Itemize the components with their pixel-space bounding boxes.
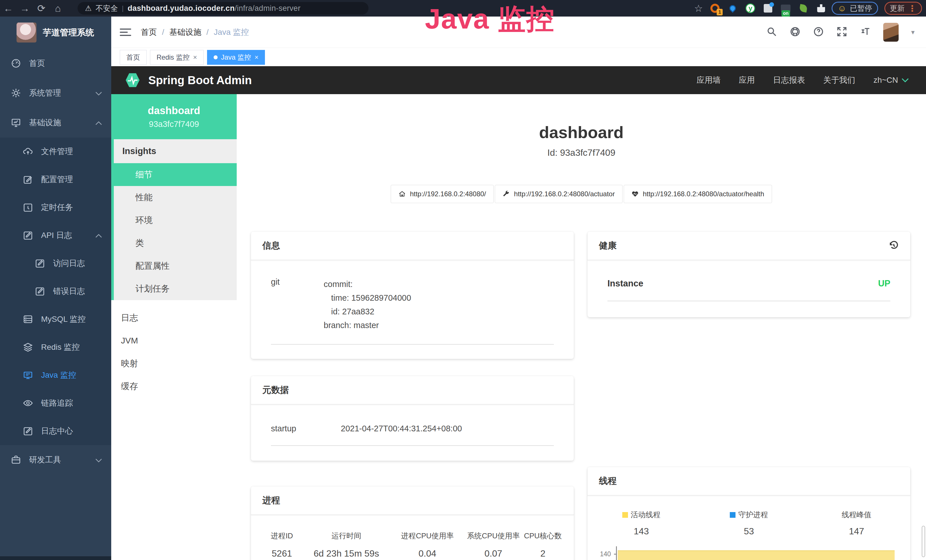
sidebar-item-dev-tools[interactable]: 研发工具: [0, 445, 111, 475]
sba-item-caches[interactable]: 缓存: [111, 375, 237, 398]
browser-back-icon[interactable]: ←: [0, 3, 17, 14]
sba-nav-journal[interactable]: 日志报表: [773, 75, 805, 86]
sba-nav-wallboard[interactable]: 应用墙: [697, 75, 721, 86]
sidebar-item-system[interactable]: 系统管理: [0, 78, 111, 108]
health-url-label: http://192.168.0.2:48080/actuator/health: [643, 190, 764, 198]
peak-threads-value: 147: [849, 526, 864, 537]
tag-label: Redis 监控: [157, 53, 190, 62]
sidebar-item-file-management[interactable]: 文件管理: [0, 138, 111, 165]
grid-extension-icon[interactable]: [763, 3, 773, 14]
browser-home-icon[interactable]: ⌂: [50, 3, 66, 14]
info-card-header: 信息: [251, 232, 574, 260]
sba-language-select[interactable]: zh~CN: [873, 76, 909, 85]
cards-left-column: 信息 git commit: time: 1596289704000 id: 2…: [251, 232, 574, 560]
sba-insights-group: Insights 细节 性能 环境 类 配置属性 计划任务: [111, 139, 237, 300]
sidebar-item-config-management[interactable]: 配置管理: [0, 165, 111, 194]
sidebar-item-label: Redis 监控: [41, 342, 80, 353]
update-label: 更新: [890, 3, 905, 14]
security-label[interactable]: 不安全: [95, 3, 118, 14]
sba-nav-applications[interactable]: 应用: [739, 75, 755, 86]
app-logo-row[interactable]: 芋道管理系统: [0, 17, 111, 48]
pin-extension-icon[interactable]: [727, 3, 738, 14]
profile-paused-chip[interactable]: ☺ 已暂停: [832, 2, 878, 15]
process-header-sys-cpu: 系统CPU使用率: [463, 531, 523, 541]
puzzle-extensions-icon[interactable]: [816, 3, 826, 14]
sidebar-item-home[interactable]: 首页: [0, 48, 111, 78]
sba-instance-header[interactable]: dashboard 93a3fc7f7409: [111, 94, 237, 139]
timer-icon: [23, 202, 33, 212]
sba-item-metrics[interactable]: 性能: [114, 186, 237, 209]
search-icon[interactable]: [766, 26, 777, 38]
briefcase-icon: [11, 455, 21, 465]
font-size-icon[interactable]: [860, 26, 871, 38]
sba-item-config-props[interactable]: 配置属性: [114, 254, 237, 277]
sba-item-logfile[interactable]: 日志: [111, 306, 237, 329]
tag-home[interactable]: 首页: [120, 50, 147, 65]
fullscreen-icon[interactable]: [837, 26, 847, 38]
leaf-extension-icon[interactable]: [798, 3, 809, 14]
service-url-button[interactable]: http://192.168.0.2:48080/: [391, 185, 494, 203]
sidebar-item-error-log[interactable]: 错误日志: [0, 277, 111, 305]
hamburger-icon[interactable]: [120, 27, 131, 38]
kebab-menu-icon[interactable]: ⋮: [908, 3, 917, 14]
sidebar-item-access-log[interactable]: 访问日志: [0, 249, 111, 277]
sidebar-item-api-log[interactable]: API 日志: [0, 221, 111, 249]
breadcrumb-home[interactable]: 首页: [141, 27, 157, 38]
process-table-headers: 进程ID 运行时间 进程CPU使用率 系统CPU使用率 CPU核心数: [262, 531, 562, 541]
sba-item-scheduled[interactable]: 计划任务: [114, 277, 237, 300]
sba-logo-icon: [124, 72, 141, 88]
health-instance-row: Instance UP: [607, 278, 890, 289]
process-header-pid: 进程ID: [262, 531, 301, 541]
address-bar[interactable]: ⚠ 不安全 | dashboard.yudao.iocoder.cn/infra…: [77, 2, 368, 15]
sba-brand[interactable]: Spring Boot Admin: [124, 72, 252, 88]
metadata-divider: [271, 445, 554, 446]
bookmark-star-icon[interactable]: ☆: [694, 3, 703, 14]
browser-forward-icon[interactable]: →: [17, 3, 33, 14]
user-caret-down-icon[interactable]: ▾: [911, 28, 915, 36]
tag-redis-monitor[interactable]: Redis 监控 ×: [150, 50, 204, 65]
sidebar-item-java-monitor[interactable]: Java 监控: [0, 361, 111, 389]
on-badge: on: [782, 10, 790, 17]
sba-item-environment[interactable]: 环境: [114, 209, 237, 232]
page-scrollbar-thumb[interactable]: [922, 526, 925, 557]
tag-java-monitor[interactable]: Java 监控 ×: [207, 50, 265, 65]
sba-item-classes[interactable]: 类: [114, 232, 237, 254]
history-icon[interactable]: [889, 241, 899, 251]
grid-icon: [764, 4, 772, 12]
sidebar-item-label: 错误日志: [53, 286, 85, 297]
sba-nav-about[interactable]: 关于我们: [823, 75, 855, 86]
actuator-url-button[interactable]: http://192.168.0.2:48080/actuator: [495, 185, 623, 203]
service-url-label: http://192.168.0.2:48080/: [410, 190, 486, 198]
github-icon[interactable]: [790, 26, 800, 38]
sidebar-item-tracing[interactable]: 链路追踪: [0, 389, 111, 417]
sidebar-item-log-center[interactable]: 日志中心: [0, 417, 111, 445]
sidebar-item-redis-monitor[interactable]: Redis 监控: [0, 333, 111, 361]
orange-extension-icon[interactable]: 1: [710, 3, 720, 14]
infrastructure-submenu: 文件管理 配置管理 定时任务 API 日志 访问日志 错误日志 MySQL 监控: [0, 138, 111, 445]
app-logo-image: [17, 23, 36, 42]
on-extension-icon[interactable]: on: [780, 3, 791, 14]
browser-reload-icon[interactable]: ⟳: [33, 3, 50, 14]
help-icon[interactable]: [813, 26, 824, 38]
sidebar-item-infrastructure[interactable]: 基础设施: [0, 108, 111, 138]
breadcrumb-infrastructure[interactable]: 基础设施: [169, 27, 201, 38]
y-tick-mark: [614, 554, 617, 555]
chevron-down-icon: [95, 88, 102, 98]
tag-close-icon[interactable]: ×: [254, 53, 259, 61]
sba-item-jvm[interactable]: JVM: [111, 329, 237, 352]
sidebar-item-mysql-monitor[interactable]: MySQL 监控: [0, 305, 111, 333]
browser-update-button[interactable]: 更新 ⋮: [884, 2, 922, 15]
tag-close-icon[interactable]: ×: [193, 53, 197, 61]
info-key: git: [271, 277, 324, 332]
daemon-threads-value: 53: [744, 526, 754, 537]
y-extension-icon[interactable]: y: [745, 3, 756, 14]
sidebar-bottom-strip: [0, 556, 111, 560]
page-url[interactable]: dashboard.yudao.iocoder.cn/infra/admin-s…: [128, 4, 301, 13]
sba-item-details[interactable]: 细节: [111, 163, 237, 186]
threads-card: 线程 活动线程 143 守护进程 53: [587, 467, 910, 560]
health-url-button[interactable]: http://192.168.0.2:48080/actuator/health: [624, 185, 772, 203]
sidebar-item-scheduled-tasks[interactable]: 定时任务: [0, 194, 111, 221]
user-avatar[interactable]: [883, 23, 899, 42]
sidebar-item-label: 基础设施: [29, 117, 61, 128]
sba-item-mappings[interactable]: 映射: [111, 352, 237, 375]
